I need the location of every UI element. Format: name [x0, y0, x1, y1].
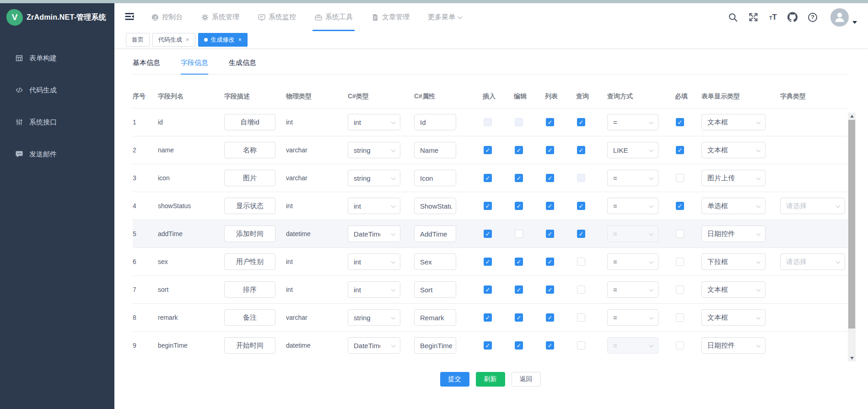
- csharp-type-select[interactable]: string: [348, 142, 400, 158]
- display-type-select[interactable]: 文本框: [701, 114, 766, 130]
- edit-checkbox[interactable]: ✓: [515, 258, 523, 266]
- page-tab[interactable]: 首页: [126, 33, 150, 47]
- csharp-property-input[interactable]: [414, 198, 456, 214]
- field-description-input[interactable]: [224, 170, 275, 186]
- font-size-icon[interactable]: TT: [769, 13, 777, 22]
- field-description-input[interactable]: [224, 253, 275, 270]
- csharp-type-select[interactable]: DateTime: [348, 226, 400, 242]
- page-tab[interactable]: 代码生成×: [152, 33, 195, 47]
- nav-item[interactable]: 文章管理: [371, 3, 410, 31]
- csharp-property-input[interactable]: [414, 253, 456, 270]
- form-subtab[interactable]: 基本信息: [133, 59, 160, 75]
- nav-item[interactable]: 系统工具: [314, 3, 353, 31]
- required-checkbox[interactable]: [676, 341, 684, 350]
- dict-type-select[interactable]: 请选择: [780, 253, 845, 270]
- insert-checkbox[interactable]: ✓: [484, 285, 492, 294]
- field-description-input[interactable]: [224, 309, 275, 326]
- query-mode-select[interactable]: =: [607, 114, 658, 130]
- fullscreen-icon[interactable]: [749, 12, 759, 22]
- required-checkbox[interactable]: ✓: [676, 118, 684, 126]
- query-checkbox[interactable]: ✓: [577, 118, 585, 126]
- avatar[interactable]: [830, 8, 849, 27]
- sidebar-item[interactable]: 表单构建: [0, 45, 114, 71]
- query-checkbox[interactable]: ✓: [577, 146, 585, 154]
- csharp-type-select[interactable]: int: [348, 114, 400, 130]
- csharp-property-input[interactable]: [414, 170, 456, 186]
- dict-type-select[interactable]: 请选择: [780, 198, 845, 214]
- insert-checkbox[interactable]: ✓: [484, 174, 492, 182]
- csharp-property-input[interactable]: [414, 114, 456, 130]
- github-icon[interactable]: [787, 12, 798, 22]
- insert-checkbox[interactable]: ✓: [484, 258, 492, 266]
- insert-checkbox[interactable]: ✓: [484, 230, 492, 238]
- list-checkbox[interactable]: ✓: [546, 146, 554, 154]
- csharp-type-select[interactable]: int: [348, 253, 400, 270]
- edit-checkbox[interactable]: [515, 230, 523, 238]
- csharp-property-input[interactable]: [414, 226, 456, 242]
- field-description-input[interactable]: [224, 142, 275, 158]
- display-type-select[interactable]: 单选框: [701, 198, 766, 214]
- required-checkbox[interactable]: ✓: [676, 202, 684, 210]
- sidebar-collapse-icon[interactable]: [124, 11, 135, 23]
- required-checkbox[interactable]: ✓: [676, 146, 684, 154]
- vertical-scrollbar[interactable]: [848, 113, 856, 361]
- insert-checkbox[interactable]: ✓: [484, 202, 492, 210]
- close-icon[interactable]: ×: [186, 36, 189, 43]
- query-mode-select[interactable]: =: [607, 253, 658, 270]
- nav-item[interactable]: 控制台: [151, 3, 183, 31]
- display-type-select[interactable]: 文本框: [701, 142, 766, 158]
- query-mode-select[interactable]: =: [607, 281, 658, 298]
- edit-checkbox[interactable]: ✓: [515, 146, 523, 154]
- query-mode-select[interactable]: =: [607, 309, 658, 326]
- field-description-input[interactable]: [224, 226, 275, 242]
- query-mode-select[interactable]: =: [607, 198, 658, 214]
- required-checkbox[interactable]: [676, 174, 684, 182]
- sidebar-item[interactable]: 发送邮件: [0, 141, 114, 167]
- nav-item[interactable]: 系统管理: [201, 3, 239, 31]
- list-checkbox[interactable]: ✓: [546, 230, 554, 238]
- field-description-input[interactable]: [224, 337, 275, 354]
- sidebar-item[interactable]: 代码生成: [0, 77, 114, 103]
- edit-checkbox[interactable]: ✓: [515, 313, 523, 322]
- query-checkbox[interactable]: [577, 258, 585, 266]
- csharp-property-input[interactable]: [414, 281, 456, 298]
- query-checkbox[interactable]: [577, 341, 585, 350]
- edit-checkbox[interactable]: ✓: [515, 285, 523, 294]
- csharp-type-select[interactable]: string: [348, 309, 400, 326]
- search-icon[interactable]: [728, 12, 738, 22]
- required-checkbox[interactable]: [676, 230, 684, 238]
- csharp-type-select[interactable]: string: [348, 170, 400, 186]
- edit-checkbox[interactable]: ✓: [515, 202, 523, 210]
- edit-checkbox[interactable]: ✓: [515, 174, 523, 182]
- csharp-type-select[interactable]: int: [348, 281, 400, 298]
- list-checkbox[interactable]: ✓: [546, 174, 554, 182]
- list-checkbox[interactable]: ✓: [546, 285, 554, 294]
- csharp-property-input[interactable]: [414, 142, 456, 158]
- form-subtab[interactable]: 生成信息: [229, 59, 256, 75]
- csharp-property-input[interactable]: [414, 337, 456, 354]
- required-checkbox[interactable]: [676, 258, 684, 266]
- query-checkbox[interactable]: [577, 285, 585, 294]
- query-checkbox[interactable]: ✓: [577, 202, 585, 210]
- display-type-select[interactable]: 日期控件: [701, 226, 766, 242]
- list-checkbox[interactable]: ✓: [546, 341, 554, 350]
- required-checkbox[interactable]: [676, 313, 684, 322]
- insert-checkbox[interactable]: ✓: [484, 313, 492, 322]
- display-type-select[interactable]: 文本框: [701, 309, 766, 326]
- list-checkbox[interactable]: ✓: [546, 258, 554, 266]
- help-icon[interactable]: ?: [808, 13, 817, 22]
- display-type-select[interactable]: 下拉框: [701, 253, 766, 270]
- form-subtab[interactable]: 字段信息: [181, 59, 208, 75]
- query-checkbox[interactable]: ✓: [577, 230, 585, 238]
- list-checkbox[interactable]: ✓: [546, 118, 554, 126]
- close-icon[interactable]: ×: [238, 36, 242, 43]
- scrollbar-up-arrow[interactable]: [848, 113, 856, 119]
- app-logo-row[interactable]: V ZrAdmin.NET-管理系统: [0, 3, 114, 32]
- field-description-input[interactable]: [224, 114, 275, 130]
- field-description-input[interactable]: [224, 198, 275, 214]
- submit-button[interactable]: 提交: [440, 372, 469, 387]
- csharp-property-input[interactable]: [414, 309, 456, 326]
- csharp-type-select[interactable]: int: [348, 198, 400, 214]
- refresh-button[interactable]: 刷新: [476, 372, 505, 387]
- display-type-select[interactable]: 文本框: [701, 281, 766, 298]
